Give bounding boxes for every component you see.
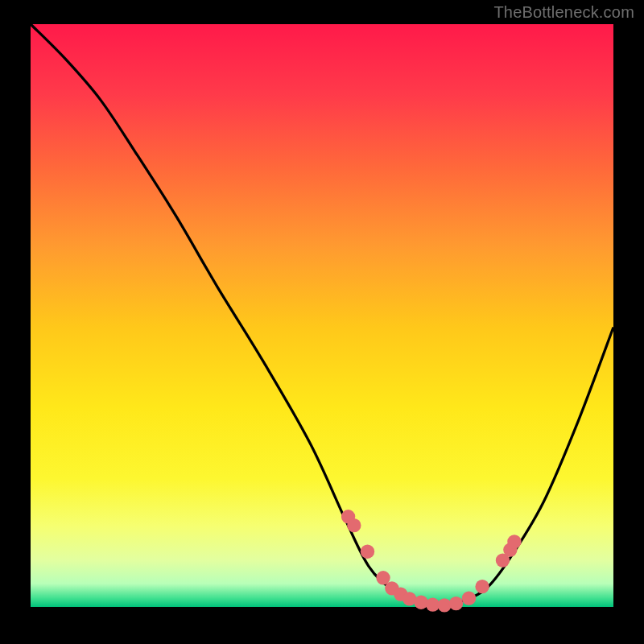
- watermark-text: TheBottleneck.com: [493, 3, 634, 22]
- sample-point: [347, 518, 361, 532]
- curve-path: [31, 24, 613, 607]
- sample-point: [462, 591, 476, 605]
- sample-point: [361, 545, 374, 559]
- chart-frame: TheBottleneck.com: [0, 0, 644, 644]
- sample-point: [414, 596, 427, 609]
- sample-point: [475, 580, 489, 593]
- sample-point: [449, 597, 463, 610]
- sample-points: [341, 510, 522, 612]
- bottleneck-curve: [31, 24, 613, 607]
- plot-area: [31, 24, 613, 607]
- sample-point: [507, 535, 521, 548]
- curve-layer: [31, 24, 613, 607]
